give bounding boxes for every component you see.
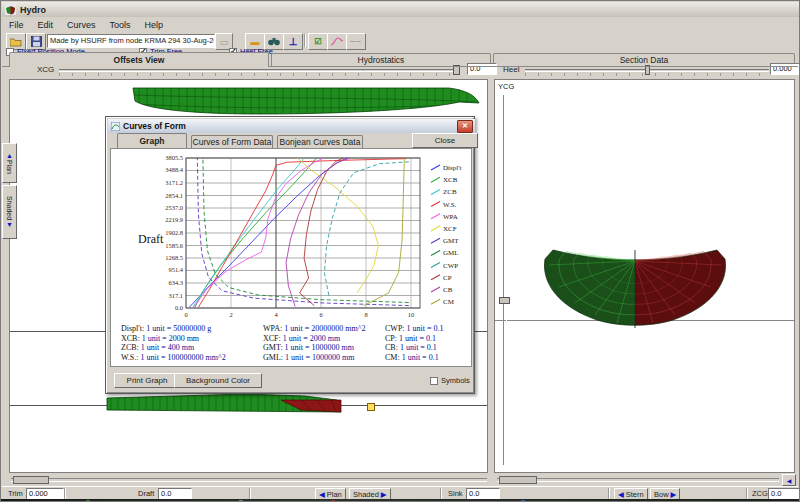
arrow-down-icon: ▼ (6, 221, 13, 228)
heel-value-box[interactable]: 0.000 (770, 63, 800, 75)
curves-plot-button[interactable] (327, 33, 347, 50)
left-panel-scrollbar[interactable] (11, 478, 487, 482)
plumb-icon: ⊥ (289, 36, 298, 47)
dialog-close-icon[interactable]: ✕ (457, 120, 473, 133)
y-tick-label: 1268.5 (165, 254, 183, 261)
menu-help[interactable]: Help (138, 20, 171, 30)
unit-note-column: Displ't: 1 unit = 50000000 gXCB: 1 unit … (121, 324, 263, 362)
shaded-view-side-button[interactable]: Shaded ▼ (2, 185, 17, 239)
graph-tab-page: 0.0317.1634.3951.41268.51585.61902.82219… (110, 148, 472, 367)
dialog-tab-graph[interactable]: Graph (117, 133, 187, 148)
ycg-slider-handle[interactable] (499, 297, 510, 304)
unit-note-column: CWP: 1 unit = 0.1CP: 1 unit = 0.1CB: 1 u… (385, 324, 465, 362)
hull-profile-view (105, 391, 351, 415)
y-tick-label: 951.4 (168, 266, 183, 273)
menu-bar: File Edit Curves Tools Help (2, 18, 798, 31)
window-title: Hydro (20, 5, 46, 15)
shaded-side-label: Shaded (6, 196, 13, 220)
title-bar: Hydro (2, 2, 800, 17)
unit-note: CP: 1 unit = 0.1 (385, 334, 465, 344)
menu-tools[interactable]: Tools (103, 20, 138, 30)
y-axis-title: Draft (138, 232, 164, 246)
y-tick-label: 3171.2 (165, 179, 183, 186)
unit-note: W.S.: 1 unit = 100000000 mm^2 (121, 353, 263, 363)
arrow-left-icon: ◀ (319, 490, 325, 499)
y-tick-label: 1585.6 (165, 242, 184, 249)
legend-marker (431, 299, 440, 304)
toolbar-separator (304, 34, 306, 47)
plan-side-label: Plan (6, 160, 13, 174)
dashed-line-icon: ╌╌ (350, 37, 362, 46)
unit-notes: Displ't: 1 unit = 50000000 gXCB: 1 unit … (121, 324, 467, 362)
left-panel-scroll-handle[interactable] (13, 476, 49, 484)
xcg-slider-track[interactable] (59, 69, 457, 72)
right-panel-scroll-handle[interactable] (499, 476, 537, 484)
dashes-tool-button[interactable]: ╌╌ (346, 33, 366, 50)
legend-label: XCF (443, 225, 457, 233)
legend-label: GML (443, 249, 459, 257)
dialog-icon (111, 122, 120, 131)
plumb-tool-button[interactable]: ⊥ (283, 33, 303, 50)
status-separator (440, 488, 442, 499)
legend-label: CM (443, 298, 455, 306)
legend-marker (431, 226, 440, 231)
right-panel-scrollbar[interactable] (497, 478, 779, 482)
legend-label: Displ't (443, 164, 461, 172)
unit-note-column: WPA: 1 unit = 20000000 mm^2XCF: 1 unit =… (263, 324, 385, 362)
series-GMT (197, 158, 408, 306)
scroll-arrow-button[interactable]: ◀ (782, 474, 796, 486)
draft-label: Draft (138, 489, 154, 498)
checkbox-box[interactable] (430, 377, 438, 385)
waterline-icon: ▬ (251, 37, 260, 47)
legend-marker (431, 189, 440, 194)
menu-file[interactable]: File (2, 20, 31, 30)
stern-button-label: Stern (626, 490, 644, 499)
hull-body-view (533, 243, 738, 335)
unit-note: XCF: 1 unit = 2000 mm (263, 334, 385, 344)
unit-note: CM: 1 unit = 0.1 (385, 353, 465, 363)
curve-plot-icon (331, 37, 343, 46)
series-Displ't (189, 158, 347, 307)
menu-edit[interactable]: Edit (31, 20, 61, 30)
series-CP (300, 158, 344, 306)
legend-marker (431, 275, 440, 280)
close-button[interactable]: Close (412, 133, 478, 148)
symbols-checkbox[interactable]: Symbols (430, 375, 470, 386)
xcg-value-box[interactable]: 0.0 (467, 63, 497, 75)
unit-note: GMT: 1 unit = 1000000 mm (263, 343, 385, 353)
ycg-slider-track[interactable] (503, 95, 507, 465)
print-graph-button[interactable]: Print Graph (114, 373, 180, 388)
y-tick-label: 1902.8 (165, 229, 183, 236)
legend-label: WPA (443, 213, 458, 221)
legend-marker (431, 263, 440, 268)
arrow-left-icon: ◀ (618, 490, 624, 499)
check-tool-button[interactable]: ☑ (308, 33, 328, 50)
background-color-button[interactable]: Background Color (174, 373, 262, 388)
dialog-tab-bonjean-data[interactable]: Bonjean Curves Data (277, 135, 363, 148)
heel-slider-ticks (525, 73, 769, 76)
tab-offsets-view[interactable]: Offsets View (9, 52, 269, 67)
dialog-tab-curves-data[interactable]: Curves of Form Data (191, 135, 273, 148)
legend-marker (431, 165, 440, 170)
tab-section-data[interactable]: Section Data (493, 53, 795, 66)
x-tick-label: 10 (408, 311, 415, 318)
x-tick-label: 4 (274, 311, 278, 318)
binoculars-icon (268, 37, 280, 46)
hull-plan-view (129, 83, 481, 119)
legend-label: CB (443, 286, 453, 294)
menu-curves[interactable]: Curves (60, 20, 103, 30)
y-tick-label: 634.3 (168, 279, 183, 286)
arrow-right-icon: ▶ (381, 490, 387, 499)
y-tick-label: 317.1 (168, 292, 183, 299)
hydro-app-window: Hydro File Edit Curves Tools Help Made b… (0, 0, 800, 502)
dialog-title-bar[interactable]: Curves of Form ✕ (108, 119, 475, 133)
plan-view-side-button[interactable]: ▲ Plan (2, 143, 17, 183)
cg-marker (367, 403, 375, 411)
y-tick-label: 2854.1 (165, 192, 183, 199)
status-separator (249, 488, 251, 499)
x-tick-label: 0 (184, 311, 187, 318)
legend-marker (431, 177, 440, 182)
x-tick-label: 8 (364, 311, 367, 318)
legend-label: GMT (443, 237, 459, 245)
legend-marker (431, 238, 440, 243)
